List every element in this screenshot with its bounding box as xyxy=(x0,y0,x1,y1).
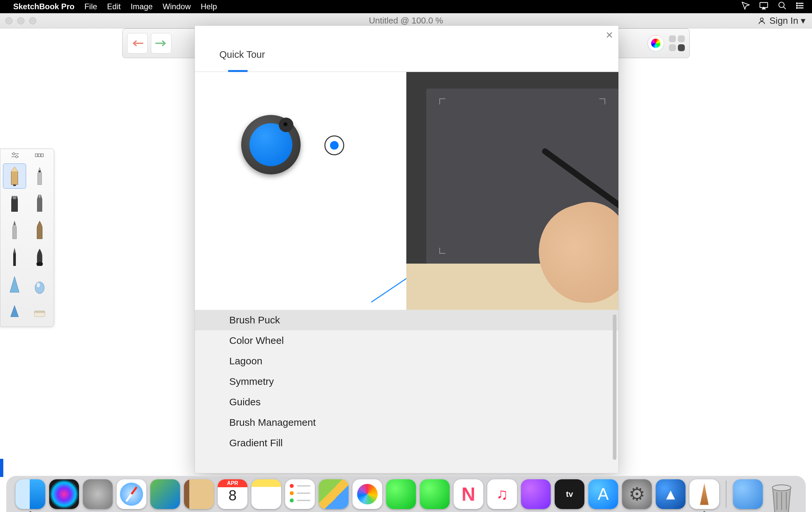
dock-photos[interactable] xyxy=(352,479,382,509)
svg-point-3 xyxy=(796,5,798,6)
panels-toggle-button[interactable] xyxy=(669,35,685,51)
dock-downloads[interactable] xyxy=(733,479,763,509)
color-wheel-button[interactable] xyxy=(648,35,664,51)
undo-button[interactable] xyxy=(127,33,148,54)
calendar-month: APR xyxy=(218,479,248,487)
menu-file[interactable]: File xyxy=(84,2,97,11)
brush-nib-pen[interactable] xyxy=(28,245,51,270)
dock-music[interactable] xyxy=(487,479,517,509)
svg-rect-9 xyxy=(38,154,40,157)
svg-point-1 xyxy=(779,2,784,8)
brush-chisel-marker[interactable] xyxy=(3,191,26,216)
brush-technical-pen[interactable] xyxy=(28,164,51,189)
brush-size-indicator xyxy=(324,136,344,155)
menu-window[interactable]: Window xyxy=(163,2,191,11)
quick-tour-modal: ✕ Quick Tour Brush Puck Color Wheel Lago… xyxy=(195,25,619,473)
brush-inking-pen[interactable] xyxy=(3,245,26,270)
dock-appstore[interactable] xyxy=(588,479,618,509)
svg-point-2 xyxy=(796,3,798,4)
brush-brush-pen[interactable] xyxy=(28,218,51,243)
spotlight-icon[interactable] xyxy=(778,1,787,12)
svg-point-11 xyxy=(39,170,40,172)
dock-separator xyxy=(726,481,726,508)
topic-brush-management[interactable]: Brush Management xyxy=(195,412,618,433)
brush-palette xyxy=(0,149,54,327)
dock-messages[interactable] xyxy=(386,479,416,509)
topic-lagoon[interactable]: Lagoon xyxy=(195,351,618,371)
svg-point-4 xyxy=(796,7,798,8)
brush-paint-soft[interactable] xyxy=(3,272,26,297)
document-title: Untitled @ 100.0 % xyxy=(369,16,443,26)
brush-airbrush-fine[interactable] xyxy=(3,299,26,324)
sliders-icon[interactable] xyxy=(10,152,20,160)
dock-finder[interactable] xyxy=(16,479,45,509)
svg-point-6 xyxy=(12,152,15,155)
brush-ballpoint[interactable] xyxy=(3,218,26,243)
dock-trash[interactable] xyxy=(767,479,796,509)
dock-safari[interactable] xyxy=(117,479,146,509)
sign-in-label: Sign In ▾ xyxy=(770,15,805,26)
menu-list-icon[interactable] xyxy=(796,1,805,12)
calendar-day: 8 xyxy=(229,487,236,504)
dock-maps[interactable] xyxy=(319,479,349,509)
dock-affinity[interactable] xyxy=(656,479,686,509)
topic-color-wheel[interactable]: Color Wheel xyxy=(195,330,618,351)
topic-brush-puck[interactable]: Brush Puck xyxy=(195,310,618,330)
topic-guides[interactable]: Guides xyxy=(195,392,618,412)
quick-tour-preview xyxy=(195,72,618,310)
quick-tour-title: Quick Tour xyxy=(219,49,265,60)
topic-gradient-fill[interactable]: Gradient Fill xyxy=(195,433,618,453)
cursor-icon[interactable] xyxy=(741,1,750,12)
screen-mirror-icon[interactable] xyxy=(759,1,768,12)
menu-help[interactable]: Help xyxy=(201,2,217,11)
brush-eraser[interactable] xyxy=(28,299,51,324)
topic-scrollbar[interactable] xyxy=(613,314,616,460)
macos-dock: APR 8 tv xyxy=(6,476,806,512)
dock-tv[interactable]: tv xyxy=(555,479,584,509)
dock-calendar[interactable]: APR 8 xyxy=(218,479,248,509)
quick-tour-topic-list[interactable]: Brush Puck Color Wheel Lagoon Symmetry G… xyxy=(195,310,618,473)
menu-image[interactable]: Image xyxy=(130,2,153,11)
brush-felt-pen[interactable] xyxy=(28,191,51,216)
hand-with-pen xyxy=(506,165,618,303)
svg-rect-16 xyxy=(34,311,45,313)
topic-symmetry[interactable]: Symmetry xyxy=(195,371,618,392)
fullscreen-window-button[interactable] xyxy=(29,17,36,24)
svg-point-14 xyxy=(37,283,40,287)
dock-news[interactable] xyxy=(454,479,483,509)
brush-paint-hard[interactable] xyxy=(28,272,51,297)
dock-preview[interactable] xyxy=(150,479,180,509)
preview-video xyxy=(406,72,618,310)
redo-button[interactable] xyxy=(151,33,171,54)
dock-contacts[interactable] xyxy=(184,479,214,509)
svg-rect-10 xyxy=(41,154,43,157)
svg-point-7 xyxy=(16,155,18,158)
svg-rect-8 xyxy=(35,154,37,157)
dock-facetime[interactable] xyxy=(420,479,450,509)
sign-in-button[interactable]: Sign In ▾ xyxy=(757,15,805,26)
macos-menubar: SketchBook Pro File Edit Image Window He… xyxy=(0,0,812,13)
app-name[interactable]: SketchBook Pro xyxy=(13,2,74,11)
dock-siri[interactable] xyxy=(49,479,79,509)
svg-point-17 xyxy=(772,485,791,490)
dock-launchpad[interactable] xyxy=(83,479,113,509)
svg-point-13 xyxy=(35,282,44,294)
traffic-lights[interactable] xyxy=(5,17,36,24)
canvas-blue-edge xyxy=(0,459,3,477)
menu-edit[interactable]: Edit xyxy=(107,2,121,11)
dock-system-preferences[interactable] xyxy=(622,479,652,509)
close-window-button[interactable] xyxy=(5,17,12,24)
brush-pencil[interactable] xyxy=(3,164,26,189)
brush-puck-graphic xyxy=(241,115,300,174)
svg-point-5 xyxy=(760,18,763,21)
preview-illustration xyxy=(195,72,406,310)
stroke-line xyxy=(371,276,410,303)
svg-point-12 xyxy=(36,262,43,266)
grid-icon[interactable] xyxy=(35,152,44,160)
dock-notes[interactable] xyxy=(252,479,281,509)
dock-podcasts[interactable] xyxy=(521,479,551,509)
dock-reminders[interactable] xyxy=(285,479,315,509)
dock-sketchbook[interactable] xyxy=(690,479,719,509)
minimize-window-button[interactable] xyxy=(17,17,24,24)
